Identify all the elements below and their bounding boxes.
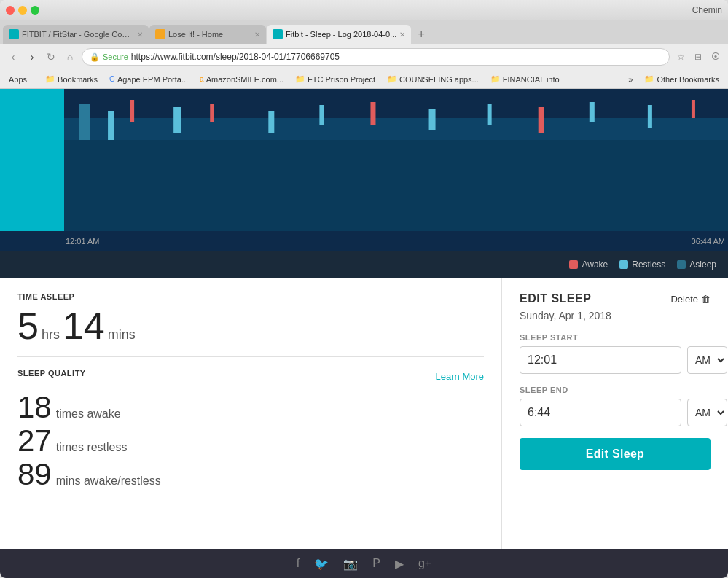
tab-sleep[interactable]: Fitbit - Sleep - Log 2018-04-0... ✕ [267, 25, 411, 44]
back-button[interactable]: ‹ [6, 50, 20, 64]
delete-icon: 🗑 [701, 294, 711, 305]
tab-fitbit[interactable]: FITBIT / FitStar - Google Cont... ✕ [3, 25, 149, 44]
counseling-folder-icon: 📁 [387, 74, 397, 84]
left-panel: TIME ASLEEP 5 hrs 14 mins SLEEP QUALITY … [0, 278, 502, 549]
sleep-start-label: SLEEP START [520, 333, 711, 342]
time-asleep-label: TIME ASLEEP [17, 292, 484, 301]
bookmarks-separator [36, 74, 36, 85]
sleep-end-ampm[interactable]: AM PM [687, 399, 727, 426]
legend-restless: Restless [619, 259, 665, 270]
google-plus-icon[interactable]: g+ [418, 557, 431, 570]
stat-awake-label: times awake [56, 407, 121, 421]
refresh-button[interactable]: ↻ [44, 50, 58, 64]
sleep-end-row: AM PM [520, 399, 711, 426]
time-labels: 12:01 AM 06:44 AM [0, 231, 728, 251]
forward-button[interactable]: › [25, 50, 39, 64]
sleep-quality-label: SLEEP QUALITY [17, 369, 86, 378]
bookmark-bookmarks[interactable]: 📁 Bookmarks [41, 74, 102, 85]
svg-rect-13 [648, 105, 652, 128]
legend-dot-awake [569, 260, 578, 269]
secure-icon: 🔒 [90, 52, 100, 62]
sleep-start-ampm[interactable]: AM PM [687, 346, 727, 374]
address-input[interactable]: 🔒 Secure https://www.fitbit.com/sleep/20… [82, 48, 670, 66]
pinterest-icon[interactable]: P [372, 557, 380, 570]
twitter-icon[interactable]: 🐦 [314, 557, 329, 571]
title-bar: Chemin [0, 0, 728, 20]
star-button[interactable]: ☆ [674, 50, 687, 63]
youtube-icon[interactable]: ▶ [395, 557, 404, 571]
mins-unit: mins [108, 328, 136, 341]
financial-folder-icon: 📁 [490, 74, 501, 84]
facebook-icon[interactable]: f [297, 557, 300, 570]
address-bar: ‹ › ↻ ⌂ 🔒 Secure https://www.fitbit.com/… [0, 44, 728, 70]
delete-button[interactable]: Delete 🗑 [670, 294, 711, 305]
instagram-icon[interactable]: 📷 [343, 557, 358, 571]
stat-restless-label: times restless [56, 441, 128, 454]
tab-title-loseit: Lose It! - Home [168, 30, 251, 39]
bookmark-agape[interactable]: G Agape EPM Porta... [105, 74, 192, 85]
apps-label: Apps [9, 75, 27, 84]
tab-close-loseit[interactable]: ✕ [254, 31, 260, 39]
svg-rect-3 [130, 100, 134, 122]
sleep-end-input[interactable] [520, 399, 681, 426]
tab-loseit[interactable]: Lose It! - Home ✕ [149, 25, 266, 44]
sleep-start-row: AM PM [520, 346, 711, 374]
sleep-chart-area [0, 89, 728, 231]
bookmark-financial[interactable]: 📁 FINANCIAL info [486, 74, 564, 85]
time-asleep-value: 5 hrs 14 mins [17, 307, 484, 345]
tab-favicon-sleep [273, 29, 283, 39]
ftc-folder-icon: 📁 [295, 74, 305, 84]
maximize-button[interactable] [31, 6, 39, 15]
svg-rect-14 [692, 100, 695, 118]
tab-close-fitbit[interactable]: ✕ [137, 31, 143, 39]
edit-sleep-button[interactable]: Edit Sleep [520, 438, 711, 470]
financial-label: FINANCIAL info [503, 75, 560, 84]
new-tab-button[interactable]: + [412, 25, 431, 44]
sleep-sidebar-bar [0, 89, 64, 231]
profile-name: Chemin [692, 5, 722, 15]
mins-value: 14 [63, 307, 105, 345]
bookmark-amazon[interactable]: a AmazonSMILE.com... [195, 74, 288, 85]
home-button[interactable]: ⌂ [63, 50, 77, 64]
legend-dot-restless [619, 260, 628, 269]
hours-unit: hrs [42, 328, 60, 341]
bookmark-apps[interactable]: Apps [4, 74, 31, 85]
legend-dot-asleep [677, 260, 686, 269]
edit-sleep-title: EDIT SLEEP [520, 292, 591, 305]
svg-rect-15 [64, 140, 728, 231]
minimize-button[interactable] [18, 6, 27, 15]
divider-1 [17, 356, 484, 357]
address-url: https://www.fitbit.com/sleep/2018-04-01/… [131, 52, 340, 62]
tab-close-sleep[interactable]: ✕ [399, 31, 405, 39]
learn-more-link[interactable]: Learn More [436, 371, 484, 382]
svg-rect-9 [429, 109, 436, 130]
stat-restless-number: 27 [17, 426, 52, 456]
edit-sleep-header: EDIT SLEEP Delete 🗑 [520, 292, 711, 305]
amazon-icon: a [200, 75, 204, 83]
secure-text: Secure [103, 52, 128, 61]
bookmark-counseling[interactable]: 📁 COUNSELING apps... [383, 74, 483, 85]
traffic-lights [6, 6, 39, 15]
reader-button[interactable]: ⊟ [692, 50, 705, 63]
bookmarks-more-button[interactable]: » [624, 74, 637, 85]
svg-rect-8 [370, 102, 375, 125]
bookmark-other[interactable]: 📁 Other Bookmarks [640, 74, 724, 85]
location-button[interactable]: ⦿ [709, 50, 722, 63]
right-panel: EDIT SLEEP Delete 🗑 Sunday, Apr 1, 2018 … [502, 278, 728, 549]
tab-title-sleep: Fitbit - Sleep - Log 2018-04-0... [286, 30, 396, 39]
more-label: » [628, 75, 633, 84]
tab-bar: FITBIT / FitStar - Google Cont... ✕ Lose… [0, 20, 728, 44]
quality-header: SLEEP QUALITY Learn More [17, 369, 484, 383]
close-button[interactable] [6, 6, 15, 15]
bookmark-ftc[interactable]: 📁 FTC Prison Project [291, 74, 380, 85]
stat-row-awake: 18 times awake [17, 392, 484, 423]
bookmarks-folder-icon: 📁 [45, 74, 55, 84]
other-label: Other Bookmarks [657, 75, 719, 84]
sleep-start-input[interactable] [520, 346, 681, 374]
sleep-date: Sunday, Apr 1, 2018 [520, 310, 711, 321]
stat-mins-number: 89 [17, 459, 52, 490]
legend-awake: Awake [569, 259, 608, 270]
svg-rect-4 [173, 107, 181, 133]
svg-rect-11 [539, 107, 544, 133]
bookmarks-label: Bookmarks [58, 75, 98, 84]
